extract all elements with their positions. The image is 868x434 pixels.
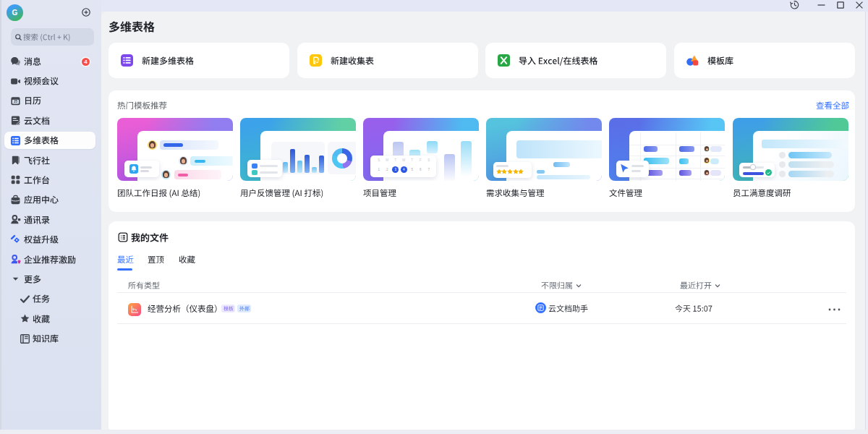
svg-text:25: 25 (14, 100, 18, 103)
